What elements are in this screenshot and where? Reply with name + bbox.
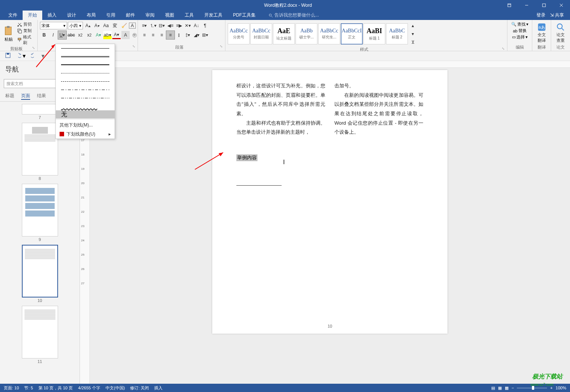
phonetic-guide-button[interactable]: 変 — [111, 21, 119, 30]
tab-view[interactable]: 视图 — [160, 11, 179, 20]
text-effects-button[interactable]: A▾ — [94, 31, 103, 39]
status-section[interactable]: 节: 5 — [24, 385, 33, 391]
zoom-value[interactable]: 100% — [556, 386, 566, 390]
tab-design[interactable]: 设计 — [62, 11, 81, 20]
char-shading-button[interactable]: A — [121, 31, 130, 39]
highlight-button[interactable]: ab▾ — [103, 31, 112, 39]
view-read-button[interactable]: ▤ — [491, 386, 495, 390]
minimize-button[interactable] — [518, 0, 535, 11]
nav-tab-pages[interactable]: 页面 — [21, 93, 30, 100]
page-thumbnail[interactable] — [22, 245, 58, 297]
replace-button[interactable]: ab 替换 — [513, 28, 526, 34]
underline-style-wave[interactable] — [56, 102, 115, 110]
status-pages[interactable]: 第 10 页，共 10 页 — [38, 385, 73, 391]
justify-button[interactable]: ≡ — [166, 31, 175, 39]
strikethrough-button[interactable]: abc — [67, 31, 75, 39]
increase-indent-button[interactable]: ≡▶ — [175, 21, 183, 30]
ribbon-options-button[interactable] — [501, 0, 518, 11]
translate-button[interactable]: aあ全文翻译 — [535, 22, 549, 43]
tell-me-search[interactable]: 告诉我您想要做什么... — [268, 12, 319, 18]
view-web-button[interactable]: ▩ — [505, 386, 509, 390]
style-item[interactable]: AaBbCc分类号 — [228, 23, 250, 44]
shrink-font-button[interactable]: A▾ — [93, 21, 101, 30]
tab-insert[interactable]: 插入 — [42, 11, 62, 20]
align-left-button[interactable]: ≡ — [140, 31, 149, 39]
underline-button[interactable]: U ▾ — [58, 31, 66, 39]
underline-style-dotted[interactable] — [56, 69, 115, 77]
enclose-char-button[interactable]: ㊥ — [130, 31, 139, 39]
underline-more[interactable]: 其他下划线(M)... — [56, 120, 115, 130]
status-track[interactable]: 修订: 关闭 — [130, 385, 149, 391]
italic-button[interactable]: I — [49, 31, 57, 39]
selected-text[interactable]: 举例内容 — [236, 154, 257, 161]
underline-style-dashed[interactable] — [56, 77, 115, 85]
grow-font-button[interactable]: A▴ — [84, 21, 92, 30]
zoom-slider[interactable] — [517, 387, 547, 389]
borders-button[interactable]: ⊞▾ — [201, 31, 209, 39]
status-insert[interactable]: 插入 — [154, 385, 162, 391]
distribute-button[interactable]: ⫿ — [175, 31, 183, 39]
status-page[interactable]: 页面: 10 — [4, 385, 19, 391]
tab-pdf[interactable]: PDF工具集 — [228, 11, 261, 20]
page-thumbnail[interactable] — [22, 306, 58, 358]
cut-button[interactable]: 剪切 — [17, 21, 35, 27]
login-link[interactable]: 登录 — [536, 12, 545, 18]
page-thumbnail[interactable] — [22, 184, 58, 236]
underline-style-dash-dot-dot[interactable] — [56, 94, 115, 102]
underline-color[interactable]: 下划线颜色(U)▸ — [56, 130, 115, 139]
document-canvas[interactable]: 框设计，这些设计可互为补充。例如，您可以添加匹配的封面、页眉和提要栏。单击"插入… — [90, 61, 570, 384]
bullets-button[interactable]: ≡▾ — [140, 21, 149, 30]
tab-references[interactable]: 引用 — [101, 11, 121, 20]
styles-scroll-up[interactable]: ▴ — [409, 21, 417, 30]
style-item[interactable]: AaBbCc封面日期 — [250, 23, 272, 44]
align-right-button[interactable]: ≡ — [158, 31, 166, 39]
line-spacing-button[interactable]: ‡▾ — [184, 31, 192, 39]
zoom-out-button[interactable]: − — [512, 386, 514, 390]
tab-developer[interactable]: 开发工具 — [199, 11, 228, 20]
view-print-button[interactable]: ▦ — [498, 386, 502, 390]
sort-button[interactable]: A↓ — [192, 21, 201, 30]
underline-style-thick[interactable] — [56, 61, 115, 69]
style-item[interactable]: AaBb硕士学... — [296, 23, 317, 44]
page-thumbnail[interactable] — [22, 104, 58, 114]
shading-button[interactable]: ◢▾ — [192, 31, 201, 39]
asian-layout-button[interactable]: ✕▾ — [184, 21, 192, 30]
nav-tab-results[interactable]: 结果 — [37, 93, 46, 100]
styles-expand[interactable]: ⊻ — [409, 38, 417, 46]
bold-button[interactable]: B — [40, 31, 48, 39]
subscript-button[interactable]: x2 — [76, 31, 84, 39]
char-border-button[interactable]: A — [129, 23, 136, 29]
underline-style-dash-dot[interactable] — [56, 85, 115, 94]
share-button[interactable]: ⇲ 共享 — [550, 12, 564, 18]
tab-mailings[interactable]: 邮件 — [121, 11, 140, 20]
font-name-combo[interactable]: 宋体▾ — [40, 22, 67, 29]
format-painter-button[interactable]: 格式刷 — [17, 34, 35, 46]
align-center-button[interactable]: ≡ — [149, 31, 157, 39]
style-item[interactable]: AaBbCcI正文 — [341, 23, 363, 44]
status-words[interactable]: 4/2655 个字 — [78, 385, 100, 391]
save-button[interactable] — [5, 53, 11, 59]
undo-button[interactable]: ▾ — [16, 52, 26, 59]
font-size-combo[interactable]: 小四▾ — [68, 22, 83, 29]
maximize-button[interactable] — [535, 0, 553, 11]
styles-scroll-down[interactable]: ▾ — [409, 30, 417, 38]
nav-tab-headings[interactable]: 标题 — [5, 93, 14, 100]
redo-button[interactable] — [31, 53, 36, 59]
font-color-button[interactable]: A▾ — [112, 31, 121, 39]
underline-style-double[interactable] — [56, 52, 115, 61]
select-button[interactable]: ▭ 选择 ▾ — [512, 34, 528, 40]
qat-customize[interactable]: ▾ — [41, 52, 44, 59]
close-window-button[interactable] — [553, 0, 570, 11]
copy-button[interactable]: 复制 — [17, 28, 35, 34]
find-button[interactable]: 🔍 查找 ▾ — [511, 21, 529, 27]
change-case-button[interactable]: Aa — [102, 21, 110, 30]
underline-none[interactable]: 无 — [56, 110, 115, 119]
clear-formatting-button[interactable]: 🧹 — [120, 21, 128, 30]
decrease-indent-button[interactable]: ◀≡ — [166, 21, 175, 30]
status-lang[interactable]: 中文(中国) — [106, 385, 125, 391]
tab-file[interactable]: 文件 — [3, 11, 23, 20]
styles-gallery[interactable]: AaBbCc分类号AaBbCc封面日期AaE论文标题AaBb硕士学...AaBb… — [228, 23, 408, 44]
tab-tools[interactable]: 工具 — [179, 11, 199, 20]
numbering-button[interactable]: ⒈▾ — [149, 21, 157, 30]
tab-review[interactable]: 审阅 — [140, 11, 160, 20]
